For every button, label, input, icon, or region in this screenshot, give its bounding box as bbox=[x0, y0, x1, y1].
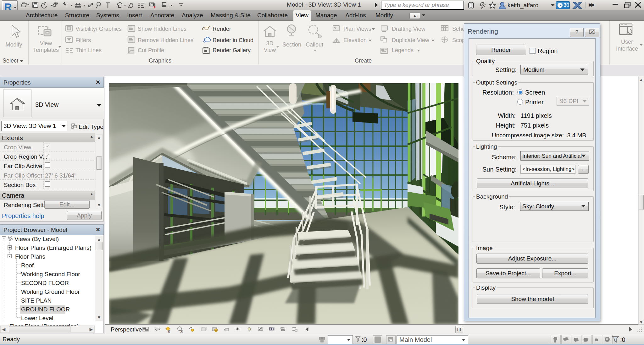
svg-text:keith_alfaro: keith_alfaro bbox=[508, 2, 538, 9]
svg-text:x: x bbox=[168, 329, 170, 333]
svg-text:x: x bbox=[180, 329, 183, 333]
svg-text:x: x bbox=[153, 4, 156, 9]
